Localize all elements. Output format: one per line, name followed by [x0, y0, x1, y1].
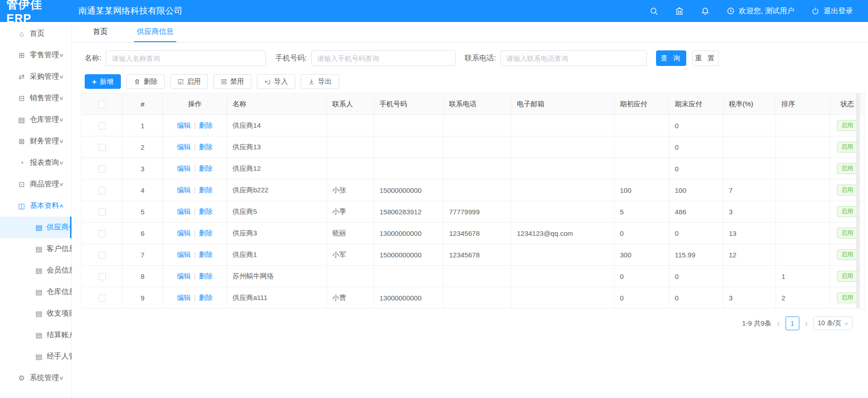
sidebar-item-settlement-account[interactable]: ▤ 结算账户	[0, 324, 71, 346]
table-row: 3 编辑|删除 供应商12 0 启用	[81, 158, 865, 180]
prev-page-icon[interactable]: ‹	[776, 319, 781, 328]
cell-email	[511, 136, 614, 158]
sidebar-item-income-expense[interactable]: ▤ 收支项目	[0, 303, 71, 324]
delete-link[interactable]: 删除	[199, 186, 212, 194]
name-search-input[interactable]	[106, 50, 266, 66]
search-icon[interactable]	[649, 6, 658, 16]
sidebar-item-purchase[interactable]: ⇄ 采购管理 ∨	[0, 66, 71, 87]
cell-tax-rate	[723, 115, 776, 136]
export-button[interactable]: 导出	[301, 74, 339, 89]
tab-supplier-info[interactable]: 供应商信息	[134, 22, 176, 42]
delete-link[interactable]: 删除	[199, 272, 212, 280]
row-index: 4	[123, 180, 163, 201]
edit-link[interactable]: 编辑	[177, 229, 191, 237]
edit-link[interactable]: 编辑	[177, 143, 191, 151]
row-checkbox[interactable]	[98, 273, 106, 280]
edit-link[interactable]: 编辑	[177, 294, 191, 301]
cell-tax-rate	[723, 266, 776, 287]
row-checkbox[interactable]	[98, 230, 106, 237]
sidebar-item-warehouse-info[interactable]: ▤ 仓库信息	[0, 281, 71, 303]
sidebar-item-handler-management[interactable]: ▤ 经手人管理	[0, 346, 71, 367]
col-mobile: 手机号码	[374, 93, 444, 115]
welcome-text: 欢迎您, 测试用户	[739, 6, 794, 16]
row-index: 2	[123, 136, 163, 158]
import-button[interactable]: 导入	[257, 74, 295, 89]
swap-arrows-icon: ⇄	[17, 72, 26, 81]
sidebar-item-warehouse[interactable]: ▤ 仓库管理 ∨	[0, 109, 71, 131]
welcome-user[interactable]: 欢迎您, 测试用户	[726, 6, 794, 16]
sidebar-item-sales[interactable]: ⊟ 销售管理 ∨	[0, 87, 71, 109]
row-checkbox[interactable]	[98, 144, 106, 151]
cell-contact: 小军	[327, 244, 374, 266]
page-size-select[interactable]: 10 条/页 ∨	[813, 316, 852, 330]
add-button[interactable]: + 新增	[85, 74, 121, 89]
sidebar-item-customer-info[interactable]: ▤ 客户信息	[0, 238, 71, 260]
edit-link[interactable]: 编辑	[177, 272, 191, 280]
edit-link[interactable]: 编辑	[177, 121, 191, 129]
sidebar-item-basic-data[interactable]: ◫ 基本资料 ∧	[0, 195, 71, 217]
plus-icon: +	[92, 78, 97, 86]
enable-button[interactable]: ☑ 启用	[170, 74, 208, 89]
company-name: 南通某某网络科技有限公司	[65, 5, 183, 17]
sidebar-item-goods[interactable]: ⊡ 商品管理 ∨	[0, 174, 71, 195]
power-icon	[811, 6, 820, 16]
delete-link[interactable]: 删除	[199, 164, 212, 172]
sidebar-item-retail[interactable]: ⊞ 零售管理 ∨	[0, 44, 71, 66]
logout-button[interactable]: 退出登录	[811, 6, 853, 16]
sidebar-item-home[interactable]: ⌂ 首页	[0, 23, 71, 44]
delete-button[interactable]: 删除	[126, 74, 165, 89]
table-scrollbar[interactable]	[856, 93, 860, 308]
delete-link[interactable]: 删除	[199, 207, 212, 215]
chevron-down-icon: ∨	[59, 74, 64, 80]
row-checkbox[interactable]	[98, 251, 106, 259]
next-page-icon[interactable]: ›	[804, 319, 809, 328]
cell-mobile	[374, 266, 444, 287]
page-number[interactable]: 1	[786, 316, 799, 330]
tab-home[interactable]: 首页	[90, 22, 110, 42]
delete-link[interactable]: 删除	[199, 251, 212, 258]
edit-link[interactable]: 编辑	[177, 251, 191, 258]
search-button[interactable]: 查 询	[656, 50, 686, 66]
row-actions: 编辑|删除	[163, 201, 227, 223]
sidebar-item-supplier-info[interactable]: ▤ 供应商信息	[0, 217, 71, 238]
edit-link[interactable]: 编辑	[177, 207, 191, 215]
delete-link[interactable]: 删除	[199, 229, 212, 237]
delete-link[interactable]: 删除	[199, 143, 212, 151]
sidebar-item-finance[interactable]: ⊠ 财务管理 ∨	[0, 131, 71, 152]
reset-button[interactable]: 重 置	[692, 50, 719, 66]
sidebar-item-reports[interactable]: ◔ 报表查询 ∨	[0, 152, 71, 174]
pagination-total: 1-9 共9条	[742, 319, 771, 328]
row-checkbox[interactable]	[98, 294, 106, 302]
cell-sort	[776, 180, 830, 201]
bank-icon[interactable]	[675, 6, 684, 16]
col-opening-payable: 期初应付	[614, 93, 669, 115]
cell-contact: 小季	[327, 201, 374, 223]
tel-search-input[interactable]	[500, 50, 647, 66]
delete-link[interactable]: 删除	[199, 294, 212, 301]
row-checkbox[interactable]	[98, 208, 106, 216]
divider: |	[194, 121, 196, 129]
cell-name: 供应商12	[227, 158, 327, 180]
edit-link[interactable]: 编辑	[177, 186, 191, 194]
sidebar-item-member-info[interactable]: ▤ 会员信息	[0, 260, 71, 281]
cell-tel: 12345678	[444, 223, 511, 244]
mobile-search-input[interactable]	[311, 50, 456, 66]
cell-sort	[776, 201, 830, 223]
row-checkbox[interactable]	[98, 165, 106, 173]
sidebar-item-system[interactable]: ⚙ 系统管理 ∨	[0, 367, 71, 389]
cell-mobile	[374, 136, 444, 158]
row-actions: 编辑|删除	[163, 180, 227, 201]
document-icon: ▤	[35, 266, 43, 275]
row-checkbox[interactable]	[98, 187, 106, 194]
row-checkbox[interactable]	[98, 122, 106, 130]
divider: |	[194, 294, 196, 301]
bell-icon[interactable]	[700, 6, 710, 16]
divider: |	[194, 164, 196, 172]
col-index: #	[123, 93, 163, 115]
select-all-checkbox[interactable]	[98, 101, 106, 108]
delete-link[interactable]: 删除	[199, 121, 212, 129]
chevron-down-icon: ∨	[844, 321, 849, 326]
edit-link[interactable]: 编辑	[177, 164, 191, 172]
disable-button[interactable]: ☒ 禁用	[213, 74, 251, 89]
main-content: 首页 供应商信息 名称: 手机号码: 联系电话: 查 询 重 置 + 新增 删除…	[72, 22, 868, 398]
